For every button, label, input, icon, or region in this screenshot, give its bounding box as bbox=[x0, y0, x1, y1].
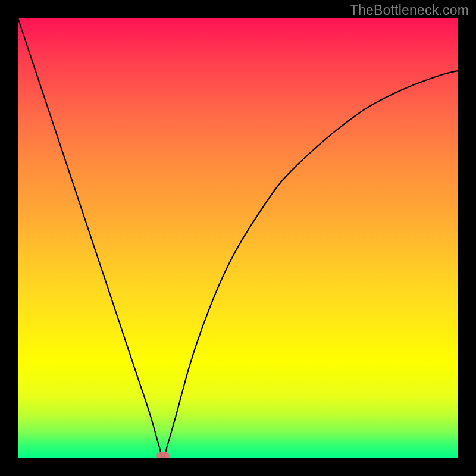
watermark-text: TheBottleneck.com bbox=[350, 2, 469, 18]
plot-area bbox=[18, 18, 458, 458]
curve-layer bbox=[18, 18, 458, 458]
bottleneck-curve bbox=[18, 18, 458, 458]
optimal-point-marker bbox=[156, 452, 170, 458]
chart-frame: TheBottleneck.com bbox=[0, 0, 476, 476]
